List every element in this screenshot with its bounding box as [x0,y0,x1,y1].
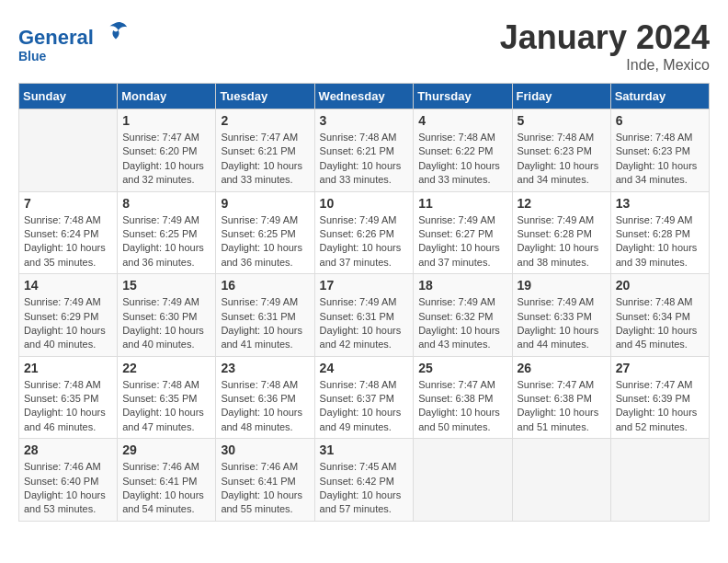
daylight-text: Daylight: 10 hours and 43 minutes. [418,324,506,352]
calendar-week-row: 28 Sunrise: 7:46 AM Sunset: 6:40 PM Dayl… [19,439,710,522]
day-info: Sunrise: 7:48 AM Sunset: 6:24 PM Dayligh… [24,213,112,270]
logo-bird-icon [103,18,129,44]
daylight-text: Daylight: 10 hours and 36 minutes. [221,241,309,270]
sunset-text: Sunset: 6:21 PM [320,144,409,158]
sunrise-text: Sunrise: 7:49 AM [122,295,210,309]
day-number: 13 [616,196,704,211]
day-number: 7 [24,196,112,211]
day-number: 31 [320,442,409,457]
sunset-text: Sunset: 6:36 PM [221,392,309,406]
sunrise-text: Sunrise: 7:49 AM [320,213,409,227]
day-info: Sunrise: 7:46 AM Sunset: 6:41 PM Dayligh… [122,460,210,517]
day-number: 22 [122,361,210,375]
calendar-cell: 26 Sunrise: 7:47 AM Sunset: 6:38 PM Dayl… [512,356,610,439]
day-info: Sunrise: 7:48 AM Sunset: 6:37 PM Dayligh… [320,378,409,435]
day-number: 29 [122,442,210,457]
day-info: Sunrise: 7:49 AM Sunset: 6:28 PM Dayligh… [616,213,704,270]
calendar-week-row: 1 Sunrise: 7:47 AM Sunset: 6:20 PM Dayli… [19,109,710,192]
day-number: 19 [518,278,606,293]
weekday-header: Saturday [610,84,709,109]
sunset-text: Sunset: 6:34 PM [616,310,704,324]
daylight-text: Daylight: 10 hours and 52 minutes. [616,406,704,434]
calendar-cell: 11 Sunrise: 7:49 AM Sunset: 6:27 PM Dayl… [414,191,512,274]
daylight-text: Daylight: 10 hours and 46 minutes. [24,406,112,434]
calendar-cell: 31 Sunrise: 7:45 AM Sunset: 6:42 PM Dayl… [314,439,414,522]
calendar-cell: 18 Sunrise: 7:49 AM Sunset: 6:32 PM Dayl… [414,274,512,357]
day-info: Sunrise: 7:48 AM Sunset: 6:35 PM Dayligh… [122,378,210,435]
day-number: 25 [418,361,506,375]
day-info: Sunrise: 7:45 AM Sunset: 6:42 PM Dayligh… [320,460,409,517]
day-info: Sunrise: 7:47 AM Sunset: 6:38 PM Dayligh… [518,378,606,435]
sunset-text: Sunset: 6:23 PM [616,144,704,158]
sunset-text: Sunset: 6:20 PM [122,144,210,158]
daylight-text: Daylight: 10 hours and 48 minutes. [221,406,309,434]
day-info: Sunrise: 7:49 AM Sunset: 6:31 PM Dayligh… [221,295,309,352]
title-block: January 2024 Inde, Mexico [500,18,710,74]
sunrise-text: Sunrise: 7:47 AM [518,378,606,392]
day-info: Sunrise: 7:47 AM Sunset: 6:38 PM Dayligh… [418,378,506,435]
calendar-table: SundayMondayTuesdayWednesdayThursdayFrid… [18,83,710,522]
day-info: Sunrise: 7:49 AM Sunset: 6:33 PM Dayligh… [518,295,606,352]
sunset-text: Sunset: 6:24 PM [24,227,112,241]
sunrise-text: Sunrise: 7:48 AM [24,213,112,227]
sunrise-text: Sunrise: 7:46 AM [122,460,210,474]
day-number: 8 [122,196,210,211]
weekday-header: Sunday [19,84,118,109]
daylight-text: Daylight: 10 hours and 45 minutes. [616,324,704,352]
day-number: 15 [122,278,210,293]
sunset-text: Sunset: 6:26 PM [320,227,409,241]
day-info: Sunrise: 7:48 AM Sunset: 6:23 PM Dayligh… [518,131,606,188]
calendar-cell [610,439,709,522]
daylight-text: Daylight: 10 hours and 33 minutes. [221,159,309,188]
day-number: 30 [221,442,309,457]
sunset-text: Sunset: 6:37 PM [320,392,409,406]
calendar-cell: 19 Sunrise: 7:49 AM Sunset: 6:33 PM Dayl… [512,274,610,357]
logo-general: General [18,26,94,49]
sunset-text: Sunset: 6:31 PM [320,310,409,324]
calendar-cell: 4 Sunrise: 7:48 AM Sunset: 6:22 PM Dayli… [414,109,512,192]
day-number: 26 [518,361,606,375]
sunrise-text: Sunrise: 7:48 AM [616,131,704,144]
sunrise-text: Sunrise: 7:48 AM [24,378,112,392]
daylight-text: Daylight: 10 hours and 40 minutes. [122,324,210,352]
sunset-text: Sunset: 6:21 PM [221,144,309,158]
sunset-text: Sunset: 6:25 PM [122,227,210,241]
calendar-cell: 13 Sunrise: 7:49 AM Sunset: 6:28 PM Dayl… [610,191,709,274]
logo: General Blue [18,18,129,63]
daylight-text: Daylight: 10 hours and 53 minutes. [24,488,112,517]
calendar-cell: 20 Sunrise: 7:48 AM Sunset: 6:34 PM Dayl… [610,274,709,357]
daylight-text: Daylight: 10 hours and 33 minutes. [418,159,506,188]
sunrise-text: Sunrise: 7:48 AM [221,378,309,392]
sunset-text: Sunset: 6:29 PM [24,310,112,324]
sunset-text: Sunset: 6:39 PM [616,392,704,406]
calendar-cell: 27 Sunrise: 7:47 AM Sunset: 6:39 PM Dayl… [610,356,709,439]
sunrise-text: Sunrise: 7:49 AM [418,295,506,309]
sunrise-text: Sunrise: 7:47 AM [122,131,210,144]
weekday-header: Monday [118,84,216,109]
day-info: Sunrise: 7:49 AM Sunset: 6:25 PM Dayligh… [221,213,309,270]
sunrise-text: Sunrise: 7:49 AM [518,295,606,309]
day-info: Sunrise: 7:48 AM Sunset: 6:36 PM Dayligh… [221,378,309,435]
daylight-text: Daylight: 10 hours and 34 minutes. [518,159,606,188]
calendar-cell [414,439,512,522]
sunrise-text: Sunrise: 7:45 AM [320,460,409,474]
day-number: 21 [24,361,112,375]
day-info: Sunrise: 7:48 AM Sunset: 6:23 PM Dayligh… [616,131,704,188]
daylight-text: Daylight: 10 hours and 37 minutes. [418,241,506,270]
calendar-header-row: SundayMondayTuesdayWednesdayThursdayFrid… [19,84,710,109]
weekday-header: Tuesday [216,84,314,109]
day-info: Sunrise: 7:48 AM Sunset: 6:35 PM Dayligh… [24,378,112,435]
sunrise-text: Sunrise: 7:49 AM [518,213,606,227]
day-number: 5 [518,113,606,128]
daylight-text: Daylight: 10 hours and 37 minutes. [320,241,409,270]
sunrise-text: Sunrise: 7:47 AM [221,131,309,144]
calendar-week-row: 7 Sunrise: 7:48 AM Sunset: 6:24 PM Dayli… [19,191,710,274]
weekday-header: Thursday [414,84,512,109]
daylight-text: Daylight: 10 hours and 57 minutes. [320,488,409,517]
daylight-text: Daylight: 10 hours and 40 minutes. [24,324,112,352]
sunrise-text: Sunrise: 7:49 AM [221,295,309,309]
sunset-text: Sunset: 6:30 PM [122,310,210,324]
page-header: General Blue January 2024 Inde, Mexico [18,18,710,74]
calendar-cell: 30 Sunrise: 7:46 AM Sunset: 6:41 PM Dayl… [216,439,314,522]
day-number: 9 [221,196,309,211]
